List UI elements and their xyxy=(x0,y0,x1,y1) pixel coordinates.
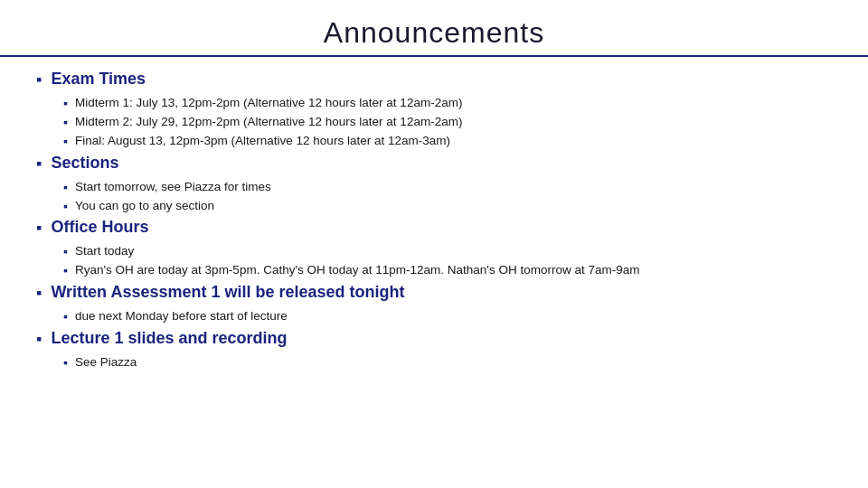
list-item: ▪Ryan's OH are today at 3pm-5pm. Cathy's… xyxy=(63,262,832,279)
bullet2-icon: ▪ xyxy=(63,115,68,129)
bullet1-icon-1: ▪ xyxy=(36,155,42,174)
level1-label-written-assessment: Written Assessment 1 will be released to… xyxy=(51,283,404,302)
bullet1-icon-3: ▪ xyxy=(36,284,42,303)
bullet2-icon: ▪ xyxy=(63,263,68,277)
level1-item-lecture-slides: ▪Lecture 1 slides and recording xyxy=(36,329,832,349)
section-office-hours: ▪Office Hours▪Start today▪Ryan's OH are … xyxy=(36,218,832,279)
level2-list-sections: ▪Start tomorrow, see Piazza for times▪Yo… xyxy=(63,179,832,215)
bullet1-icon-2: ▪ xyxy=(36,219,42,238)
level2-label: due next Monday before start of lecture xyxy=(75,308,288,325)
bullet2-icon: ▪ xyxy=(63,355,68,370)
bullet1-icon-0: ▪ xyxy=(36,70,42,89)
level2-list-exam-times: ▪Midterm 1: July 13, 12pm-2pm (Alternati… xyxy=(63,95,832,150)
level1-label-lecture-slides: Lecture 1 slides and recording xyxy=(51,329,287,348)
list-item: ▪Midterm 1: July 13, 12pm-2pm (Alternati… xyxy=(63,95,832,112)
list-item: ▪You can go to any section xyxy=(63,198,832,215)
bullet2-icon: ▪ xyxy=(63,180,68,194)
bullet2-icon: ▪ xyxy=(63,244,68,258)
level1-item-written-assessment: ▪Written Assessment 1 will be released t… xyxy=(36,283,832,303)
level1-item-office-hours: ▪Office Hours xyxy=(36,218,832,238)
level2-label: Final: August 13, 12pm-3pm (Alternative … xyxy=(75,133,450,150)
content-area: ▪Exam Times▪Midterm 1: July 13, 12pm-2pm… xyxy=(0,66,868,371)
level2-label: Midterm 2: July 29, 12pm-2pm (Alternativ… xyxy=(75,114,462,131)
title-area: Announcements xyxy=(0,0,868,55)
level2-label: You can go to any section xyxy=(75,198,214,215)
bullet2-icon: ▪ xyxy=(63,96,68,110)
section-sections: ▪Sections▪Start tomorrow, see Piazza for… xyxy=(36,154,832,215)
section-lecture-slides: ▪Lecture 1 slides and recording▪See Piaz… xyxy=(36,329,832,371)
level1-item-exam-times: ▪Exam Times xyxy=(36,70,832,89)
level2-label: Start today xyxy=(75,243,134,260)
list-item: ▪Midterm 2: July 29, 12pm-2pm (Alternati… xyxy=(63,114,832,131)
bullet1-icon-4: ▪ xyxy=(36,330,42,349)
page-title: Announcements xyxy=(0,16,868,50)
level2-label: Start tomorrow, see Piazza for times xyxy=(75,179,271,196)
list-item: ▪See Piazza xyxy=(63,354,832,371)
title-divider xyxy=(0,55,868,57)
level2-list-written-assessment: ▪due next Monday before start of lecture xyxy=(63,308,832,325)
level1-label-office-hours: Office Hours xyxy=(51,218,148,237)
bullet2-icon: ▪ xyxy=(63,309,68,324)
bullet2-icon: ▪ xyxy=(63,199,68,213)
level2-label: Ryan's OH are today at 3pm-5pm. Cathy's … xyxy=(75,262,639,279)
section-written-assessment: ▪Written Assessment 1 will be released t… xyxy=(36,283,832,325)
section-exam-times: ▪Exam Times▪Midterm 1: July 13, 12pm-2pm… xyxy=(36,70,832,150)
level1-item-sections: ▪Sections xyxy=(36,154,832,174)
list-item: ▪Final: August 13, 12pm-3pm (Alternative… xyxy=(63,133,832,150)
page: Announcements ▪Exam Times▪Midterm 1: Jul… xyxy=(0,0,868,488)
level2-label: Midterm 1: July 13, 12pm-2pm (Alternativ… xyxy=(75,95,462,112)
list-item: ▪due next Monday before start of lecture xyxy=(63,308,832,325)
level1-label-sections: Sections xyxy=(51,154,118,173)
list-item: ▪Start tomorrow, see Piazza for times xyxy=(63,179,832,196)
level2-list-office-hours: ▪Start today▪Ryan's OH are today at 3pm-… xyxy=(63,243,832,279)
level2-label: See Piazza xyxy=(75,354,137,371)
bullet2-icon: ▪ xyxy=(63,134,68,148)
level2-list-lecture-slides: ▪See Piazza xyxy=(63,354,832,371)
level1-label-exam-times: Exam Times xyxy=(51,70,146,89)
list-item: ▪Start today xyxy=(63,243,832,260)
